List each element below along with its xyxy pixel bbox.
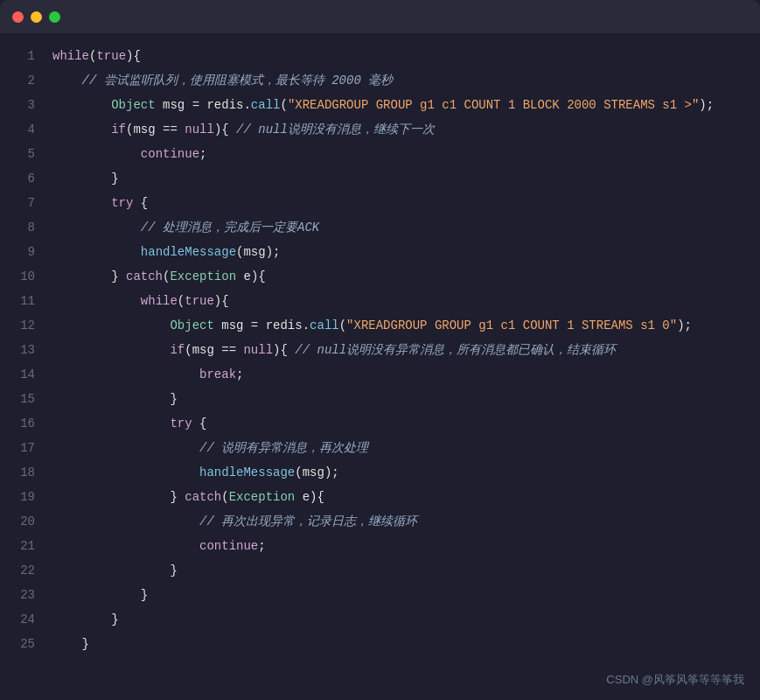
token-punc xyxy=(52,466,199,480)
code-line: 10 } catch(Exception e){ xyxy=(0,264,760,289)
token-var: e xyxy=(295,490,310,504)
token-obj: Exception xyxy=(170,270,236,284)
token-obj: Exception xyxy=(229,490,296,504)
code-content: continue; xyxy=(52,142,206,166)
code-line: 7 try { xyxy=(0,191,760,215)
token-kw: null xyxy=(185,122,214,136)
code-line: 15 } xyxy=(0,387,760,411)
code-line: 3 Object msg = redis.call("XREADGROUP GR… xyxy=(0,93,760,117)
token-var: msg = xyxy=(156,98,207,112)
code-content: } xyxy=(52,166,119,191)
token-method: handleMessage xyxy=(141,245,236,259)
token-str: "XREADGROUP GROUP g1 c1 COUNT 1 BLOCK 20… xyxy=(288,98,699,112)
token-kw: while xyxy=(52,49,89,63)
token-kw: catch xyxy=(126,270,163,284)
code-line: 1while(true){ xyxy=(0,44,760,68)
titlebar xyxy=(0,0,760,33)
line-number: 24 xyxy=(9,607,35,632)
line-number: 3 xyxy=(9,93,35,117)
token-kw: break xyxy=(199,368,236,382)
code-content: } catch(Exception e){ xyxy=(52,264,273,289)
token-punc: ( xyxy=(295,466,302,480)
token-kw: catch xyxy=(185,490,221,504)
code-content: if(msg == null){ // null说明没有消息，继续下一次 xyxy=(52,117,435,142)
token-punc: ); xyxy=(699,98,714,112)
code-line: 14 break; xyxy=(0,362,760,387)
code-line: 2 // 尝试监听队列，使用阻塞模式，最长等待 2000 毫秒 xyxy=(0,68,760,93)
line-number: 22 xyxy=(9,558,35,583)
code-content: } xyxy=(52,558,178,583)
token-punc: ){ xyxy=(126,49,148,63)
token-op: == xyxy=(163,122,178,136)
code-area: 1while(true){ 2 // 尝试监听队列，使用阻塞模式，最长等待 20… xyxy=(0,33,760,700)
code-content: Object msg = redis.call("XREADGROUP GROU… xyxy=(52,93,714,117)
code-content: } catch(Exception e){ xyxy=(52,485,331,509)
token-method: call xyxy=(310,318,339,332)
line-number: 6 xyxy=(9,166,35,191)
code-content: } xyxy=(52,632,89,656)
code-line: 12 Object msg = redis.call("XREADGROUP G… xyxy=(0,313,760,338)
token-punc xyxy=(52,147,141,161)
line-number: 9 xyxy=(9,240,35,264)
token-obj: Object xyxy=(170,318,213,332)
line-number: 20 xyxy=(9,509,35,534)
token-punc: } xyxy=(52,392,178,406)
token-var: e xyxy=(236,270,251,284)
token-punc xyxy=(52,343,170,357)
token-punc: ( xyxy=(221,490,228,504)
token-punc xyxy=(52,368,199,382)
token-punc: } xyxy=(52,270,126,284)
token-punc: ); xyxy=(266,245,281,259)
token-comment-cn: // 再次出现异常，记录日志，继续循环 xyxy=(52,514,417,528)
token-punc: . xyxy=(303,318,310,332)
code-line: 18 handleMessage(msg); xyxy=(0,460,760,485)
close-button[interactable] xyxy=(12,11,24,23)
token-punc: ){ xyxy=(214,122,236,136)
code-line: 4 if(msg == null){ // null说明没有消息，继续下一次 xyxy=(0,117,760,142)
line-number: 11 xyxy=(9,289,35,313)
line-number: 14 xyxy=(9,362,35,387)
code-content: try { xyxy=(52,191,148,215)
token-punc xyxy=(52,196,111,210)
token-punc: ( xyxy=(280,98,287,112)
code-line: 11 while(true){ xyxy=(0,289,760,313)
line-number: 13 xyxy=(9,338,35,362)
token-punc xyxy=(52,294,141,308)
token-var: msg xyxy=(303,466,324,480)
code-content: // 处理消息，完成后一定要ACK xyxy=(52,215,319,240)
code-line: 22 } xyxy=(0,558,760,583)
token-kw: try xyxy=(111,196,133,210)
code-content: while(true){ xyxy=(52,44,148,68)
code-line: 5 continue; xyxy=(0,142,760,166)
token-var: msg xyxy=(133,122,163,136)
code-line: 13 if(msg == null){ // null说明没有异常消息，所有消息… xyxy=(0,338,760,362)
token-punc: ){ xyxy=(273,343,295,357)
token-var: redis xyxy=(206,98,243,112)
token-comment-cn: // null说明没有异常消息，所有消息都已确认，结束循环 xyxy=(295,343,616,357)
token-punc xyxy=(52,245,141,259)
line-number: 15 xyxy=(9,387,35,411)
minimize-button[interactable] xyxy=(31,11,42,23)
code-editor-window: 1while(true){ 2 // 尝试监听队列，使用阻塞模式，最长等待 20… xyxy=(0,0,760,700)
token-var: msg = xyxy=(214,318,266,332)
token-punc: ( xyxy=(339,318,346,332)
token-punc xyxy=(52,122,111,136)
code-content: break; xyxy=(52,362,243,387)
token-punc: { xyxy=(192,416,207,430)
token-punc: ; xyxy=(258,539,265,553)
line-number: 17 xyxy=(9,436,35,460)
token-punc xyxy=(52,318,170,332)
code-content: // 说明有异常消息，再次处理 xyxy=(52,436,368,460)
code-line: 16 try { xyxy=(0,411,760,436)
token-kw: if xyxy=(111,122,126,136)
token-var xyxy=(178,122,185,136)
token-punc: ; xyxy=(236,368,243,382)
token-punc: { xyxy=(133,196,148,210)
code-line: 20 // 再次出现异常，记录日志，继续循环 xyxy=(0,509,760,534)
line-number: 19 xyxy=(9,485,35,509)
token-kw: if xyxy=(170,343,185,357)
maximize-button[interactable] xyxy=(49,11,60,23)
code-line: 21 continue; xyxy=(0,534,760,558)
code-content: try { xyxy=(52,411,206,436)
line-number: 2 xyxy=(9,68,35,93)
